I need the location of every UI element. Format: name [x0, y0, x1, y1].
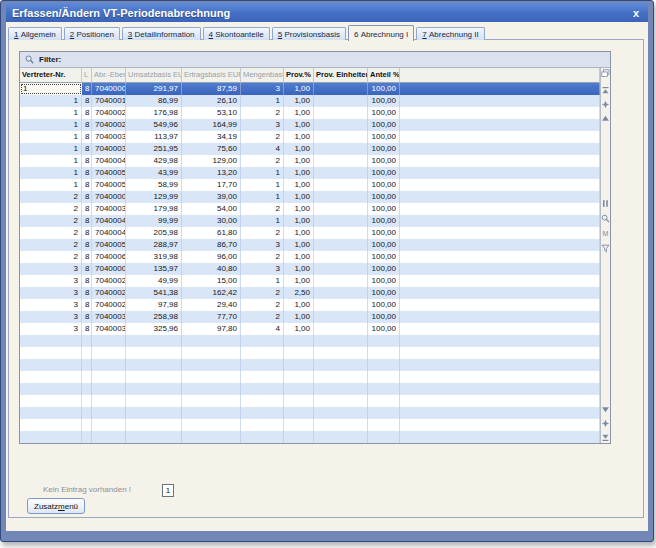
- tab-abrechnung-i[interactable]: 6 Abrechnung I: [348, 25, 414, 41]
- column-header-l[interactable]: L: [82, 68, 92, 83]
- zusatzmenu-button[interactable]: Zusatzmenü: [27, 498, 85, 514]
- table-row[interactable]: 2870400048205,9861,8021,00100,00: [20, 227, 600, 239]
- column-header-filler: [400, 68, 600, 83]
- table-cell: [314, 239, 368, 251]
- table-cell: 1: [20, 167, 82, 179]
- table-cell: 8: [82, 191, 92, 203]
- table-row[interactable]: 3870400006135,9740,8031,00100,00: [20, 263, 600, 275]
- table-row[interactable]: 3870400038258,9877,7021,00100,00: [20, 311, 600, 323]
- table-cell: [368, 335, 400, 347]
- tab-skontoanteile[interactable]: 4 Skontoanteile: [203, 27, 270, 40]
- title-bar[interactable]: Erfassen/Ändern VT-Periodenabrechnung x: [6, 3, 648, 22]
- empty-row[interactable]: [20, 407, 600, 419]
- table-cell: 100,00: [368, 203, 400, 215]
- table-cell: [241, 359, 284, 371]
- tab-positionen[interactable]: 2 Positionen: [64, 27, 120, 40]
- empty-row[interactable]: [20, 335, 600, 347]
- table-row[interactable]: 2870400056288,9786,7031,00100,00: [20, 239, 600, 251]
- close-icon[interactable]: x: [630, 7, 642, 19]
- table-cell: [314, 191, 368, 203]
- table-row[interactable]: 1870400021176,9853,1021,00100,00: [20, 107, 600, 119]
- table-cell: [314, 263, 368, 275]
- scroll-to-top-icon[interactable]: [601, 86, 610, 95]
- column-header-vertreter-nr-[interactable]: Vertreter-Nr.: [20, 68, 82, 83]
- records-icon[interactable]: M: [601, 229, 610, 238]
- resize-columns-icon[interactable]: [601, 199, 610, 208]
- table-row[interactable]: 287040004099,9930,0011,00100,00: [20, 215, 600, 227]
- grid-side-toolbar: M: [601, 68, 610, 443]
- column-header-prov-einheiten[interactable]: Prov. Einheiten: [314, 68, 368, 83]
- table-row[interactable]: 1870400000291,9787,5931,00100,00: [20, 83, 600, 95]
- table-cell: [82, 395, 92, 407]
- table-cell: 3: [241, 83, 284, 95]
- empty-row[interactable]: [20, 359, 600, 371]
- table-row[interactable]: 187040005343,9913,2011,00100,00: [20, 167, 600, 179]
- table-cell: 96,00: [182, 251, 241, 263]
- search-icon[interactable]: [25, 55, 34, 64]
- table-row[interactable]: 3870400020541,38162,4222,50100,00: [20, 287, 600, 299]
- empty-row[interactable]: [20, 347, 600, 359]
- table-row[interactable]: 1870400031251,9575,6041,00100,00: [20, 143, 600, 155]
- table-cell: [314, 311, 368, 323]
- empty-row[interactable]: [20, 395, 600, 407]
- table-cell: [314, 383, 368, 395]
- column-header-ertragsbasis-eur[interactable]: Ertragsbasis EUR: [182, 68, 241, 83]
- table-row[interactable]: 387040002597,9829,4021,00100,00: [20, 299, 600, 311]
- table-cell: [82, 383, 92, 395]
- status-message: Kein Eintrag vorhanden !: [43, 485, 131, 494]
- empty-row[interactable]: [20, 419, 600, 431]
- table-row[interactable]: 2870400065319,9896,0021,00100,00: [20, 251, 600, 263]
- table-row[interactable]: 2870400005129,9939,0011,00100,00: [20, 191, 600, 203]
- table-row[interactable]: 2870400037179,9854,0021,00100,00: [20, 203, 600, 215]
- table-cell: 70400065: [92, 251, 126, 263]
- table-cell: 8: [82, 227, 92, 239]
- scroll-up-icon[interactable]: [601, 114, 610, 123]
- table-cell: [314, 431, 368, 443]
- record-marker-icon[interactable]: [601, 419, 610, 428]
- table-cell: [400, 419, 600, 431]
- table-cell: [182, 347, 241, 359]
- column-header-mengenbasis[interactable]: Mengenbasis: [241, 68, 284, 83]
- scroll-to-bottom-icon[interactable]: [601, 433, 610, 442]
- table-cell: [314, 395, 368, 407]
- tab-detailinformation[interactable]: 3 Detailinformation: [122, 27, 201, 40]
- filter-icon[interactable]: [601, 244, 610, 253]
- table-cell: [314, 203, 368, 215]
- table-cell: 8: [82, 275, 92, 287]
- record-marker-icon[interactable]: [601, 100, 610, 109]
- table-row[interactable]: 187040001486,9926,1011,00100,00: [20, 95, 600, 107]
- table-cell: [400, 119, 600, 131]
- search-icon[interactable]: [601, 214, 610, 223]
- table-cell: 3: [20, 275, 82, 287]
- table-cell: [400, 287, 600, 299]
- table-cell: [20, 383, 82, 395]
- empty-row[interactable]: [20, 431, 600, 443]
- column-header-abr-ebene[interactable]: Abr.-Ebene: [92, 68, 126, 83]
- table-row[interactable]: 1870400030113,9734,1921,00100,00: [20, 131, 600, 143]
- scroll-down-icon[interactable]: [601, 405, 610, 414]
- table-cell: 86,70: [182, 239, 241, 251]
- table-row[interactable]: 1870400045429,98129,0021,00100,00: [20, 155, 600, 167]
- column-chooser-icon[interactable]: [601, 69, 610, 78]
- table-rows: 1870400000291,9787,5931,00100,0018704000…: [20, 83, 600, 443]
- table-row[interactable]: 3870400039325,9697,8041,00100,00: [20, 323, 600, 335]
- table-cell: 1: [241, 95, 284, 107]
- table-row[interactable]: 1870400027549,96164,9931,00100,00: [20, 119, 600, 131]
- table-cell: 70400048: [92, 227, 126, 239]
- table-cell: 100,00: [368, 155, 400, 167]
- table-row[interactable]: 387040002049,9915,0011,00100,00: [20, 275, 600, 287]
- empty-row[interactable]: [20, 371, 600, 383]
- tab-abrechnung-ii[interactable]: 7 Abrechnung II: [416, 27, 485, 40]
- table-cell: 70400038: [92, 311, 126, 323]
- empty-row[interactable]: [20, 383, 600, 395]
- column-header-anteil-[interactable]: Anteil %: [368, 68, 400, 83]
- table-cell: [182, 419, 241, 431]
- table-row[interactable]: 187040005758,9917,7011,00100,00: [20, 179, 600, 191]
- table-cell: [92, 359, 126, 371]
- tab-allgemein[interactable]: 1 Allgemein: [8, 27, 62, 40]
- table-cell: [126, 335, 182, 347]
- column-header-umsatzbasis-eur[interactable]: Umsatzbasis EUR: [126, 68, 182, 83]
- column-header-prov-[interactable]: Prov.%: [284, 68, 314, 83]
- table-cell: [314, 287, 368, 299]
- tab-provisionsbasis[interactable]: 5 Provisionsbasis: [272, 27, 346, 40]
